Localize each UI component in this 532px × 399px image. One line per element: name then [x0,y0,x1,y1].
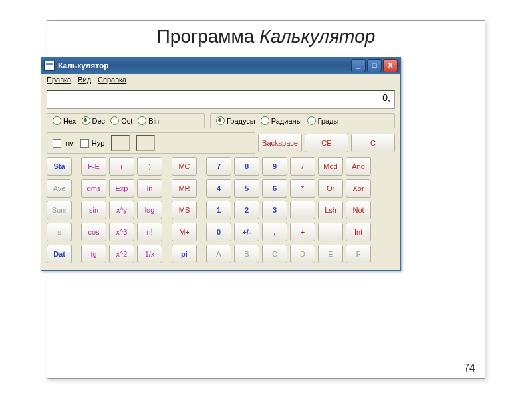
fe-button[interactable]: F-E [81,157,106,176]
digit-0[interactable]: 0 [206,223,231,241]
mode-row: Hex Dec Oct Bin Градусы Радианы Грады [47,113,395,128]
radix-bin[interactable]: Bin [138,116,159,125]
window-title: Калькулятор [58,61,109,70]
hex-d[interactable]: D [290,245,315,263]
radix-group: Hex Dec Oct Bin [47,113,205,128]
angle-grad[interactable]: Грады [307,116,339,125]
digit-7[interactable]: 7 [206,157,231,176]
tg-button[interactable]: tg [81,245,106,263]
hex-b[interactable]: B [234,245,259,263]
lparen-button[interactable]: ( [109,157,134,176]
digit-9[interactable]: 9 [262,157,287,176]
hyp-checkbox[interactable]: Hyp [80,139,105,148]
dat-button[interactable]: Dat [47,245,72,263]
decimal-button[interactable]: , [262,223,287,241]
menu-edit[interactable]: Правка [47,76,71,84]
menubar: Правка Вид Справка [41,74,400,86]
digit-3[interactable]: 3 [262,201,287,219]
digit-4[interactable]: 4 [206,179,231,198]
angle-rad[interactable]: Радианы [261,116,302,125]
digit-2[interactable]: 2 [234,201,259,219]
flags-group: Inv Hyp [47,132,255,154]
cos-button[interactable]: cos [81,223,106,241]
sin-button[interactable]: sin [81,201,106,219]
log-button[interactable]: log [137,201,162,219]
hex-c[interactable]: C [262,245,287,263]
window-body: 0, Hex Dec Oct Bin Градусы Радианы Грады… [41,86,400,270]
radix-dec[interactable]: Dec [82,116,106,125]
recip-button[interactable]: 1/x [137,245,162,263]
hex-e[interactable]: E [318,245,343,263]
hex-a[interactable]: A [206,245,231,263]
button-row-2: Ave dms Exp ln MR 4 5 6 * Or Xor [47,179,395,198]
paren-indicator [136,135,155,151]
app-icon [44,61,55,71]
ave-button[interactable]: Ave [47,179,72,198]
sum-button[interactable]: Sum [47,201,72,219]
digit-5[interactable]: 5 [234,179,259,198]
hex-f[interactable]: F [346,245,371,263]
slide-title-plain: Программа [157,26,259,47]
ms-button[interactable]: MS [172,201,197,219]
c-button[interactable]: C [351,134,395,152]
s-button[interactable]: s [47,223,72,241]
menu-view[interactable]: Вид [78,76,91,84]
display: 0, [47,90,395,109]
x2-button[interactable]: x^2 [109,245,134,263]
button-row-1: Sta F-E ( ) MC 7 8 9 / Mod And [47,157,395,176]
mplus-button[interactable]: M+ [172,223,197,241]
multiply-button[interactable]: * [290,179,315,198]
equals-button[interactable]: = [318,223,343,241]
radix-oct[interactable]: Oct [110,116,132,125]
backspace-button[interactable]: Backspace [258,134,302,152]
and-button[interactable]: And [346,157,371,176]
x3-button[interactable]: x^3 [109,223,134,241]
angle-group: Градусы Радианы Грады [210,113,395,128]
fact-button[interactable]: n! [137,223,162,241]
dms-button[interactable]: dms [81,179,106,198]
divide-button[interactable]: / [290,157,315,176]
slide-title-em: Калькулятор [259,26,375,47]
slide-number: 74 [464,362,475,374]
minimize-button[interactable]: _ [351,59,366,72]
flags-clear-row: Inv Hyp Backspace CE C [47,132,395,154]
button-row-4: s cos x^3 n! M+ 0 +/- , + = Int [47,223,395,241]
mc-button[interactable]: MC [172,157,197,176]
pi-button[interactable]: pi [172,245,197,263]
plus-button[interactable]: + [290,223,315,241]
button-row-5: Dat tg x^2 1/x pi A B C D E F [47,245,395,263]
titlebar[interactable]: Калькулятор _ □ X [41,58,400,74]
slide-frame: Программа Калькулятор Калькулятор _ □ X … [47,20,485,379]
minus-button[interactable]: - [290,201,315,219]
xy-button[interactable]: x^y [109,201,134,219]
mem-indicator [111,135,130,151]
slide-title: Программа Калькулятор [47,26,485,47]
xor-button[interactable]: Xor [346,179,371,198]
or-button[interactable]: Or [318,179,343,198]
digit-6[interactable]: 6 [262,179,287,198]
rparen-button[interactable]: ) [137,157,162,176]
ce-button[interactable]: CE [305,134,348,152]
close-button[interactable]: X [383,59,398,72]
not-button[interactable]: Not [346,201,371,219]
radix-hex[interactable]: Hex [53,116,76,125]
exp-button[interactable]: Exp [109,179,134,198]
int-button[interactable]: Int [346,223,371,241]
calculator-window: Калькулятор _ □ X Правка Вид Справка 0, … [41,57,401,271]
menu-help[interactable]: Справка [98,76,126,84]
digit-8[interactable]: 8 [234,157,259,176]
lsh-button[interactable]: Lsh [318,201,343,219]
ln-button[interactable]: ln [137,179,162,198]
mod-button[interactable]: Mod [318,157,343,176]
button-row-3: Sum sin x^y log MS 1 2 3 - Lsh Not [47,201,395,219]
maximize-button[interactable]: □ [367,59,382,72]
mr-button[interactable]: MR [172,179,197,198]
angle-deg[interactable]: Градусы [216,116,255,125]
negate-button[interactable]: +/- [234,223,259,241]
inv-checkbox[interactable]: Inv [53,139,74,148]
sta-button[interactable]: Sta [47,157,72,176]
digit-1[interactable]: 1 [206,201,231,219]
